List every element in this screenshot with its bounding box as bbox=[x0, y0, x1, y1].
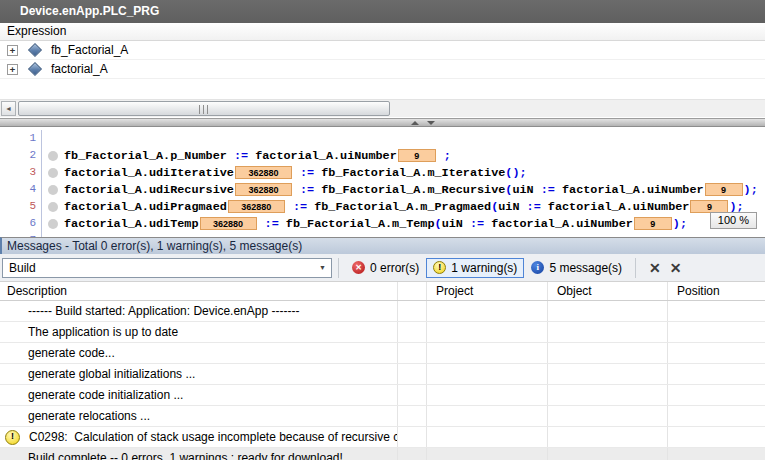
message-row[interactable]: The application is up to date bbox=[0, 322, 765, 343]
error-icon: ✕ bbox=[352, 261, 365, 274]
line-number: 1 bbox=[0, 130, 42, 147]
plus-expander-icon[interactable]: + bbox=[7, 45, 18, 56]
code-line: 2fb_Factorial_A.p_Number := factorial_A.… bbox=[0, 147, 765, 164]
message-row[interactable]: generate relocations ... bbox=[0, 406, 765, 427]
messages-table: Description Project Object Position ----… bbox=[0, 282, 765, 460]
editor-window-title[interactable]: Device.enApp.PLC_PRG bbox=[0, 0, 765, 23]
monitor-value-box[interactable]: 9 bbox=[634, 217, 672, 230]
line-number: 6 bbox=[0, 215, 42, 232]
message-object bbox=[548, 364, 668, 384]
message-project bbox=[427, 385, 548, 405]
message-description: generate code... bbox=[28, 346, 115, 360]
breakpoint-area[interactable] bbox=[42, 185, 64, 195]
row-icon-slot bbox=[5, 451, 19, 460]
monitor-value-box[interactable]: 362880 bbox=[200, 217, 257, 230]
clear-all-messages-icon[interactable]: ✕ bbox=[670, 258, 681, 278]
watch-column-header-expression[interactable]: Expression bbox=[0, 23, 765, 41]
breakpoint-area[interactable] bbox=[42, 151, 64, 161]
column-header-position[interactable]: Position bbox=[668, 282, 765, 300]
warnings-filter-button[interactable]: ! 1 warning(s) bbox=[426, 258, 524, 278]
panel-splitter[interactable] bbox=[0, 118, 765, 127]
messages-panel-title[interactable]: Messages - Total 0 error(s), 1 warning(s… bbox=[0, 237, 765, 254]
code-line: 4factorial_A.udiRecursive362880 := fb_Fa… bbox=[0, 181, 765, 198]
message-gap-cell bbox=[398, 364, 427, 384]
message-project bbox=[427, 364, 548, 384]
message-description: generate code initialization ... bbox=[28, 388, 183, 402]
editor-zoom-level[interactable]: 100 % bbox=[710, 212, 757, 229]
column-header-gap[interactable] bbox=[398, 282, 427, 300]
code-lines: 12fb_Factorial_A.p_Number := factorial_A… bbox=[0, 130, 765, 237]
breakpoint-area[interactable] bbox=[42, 168, 64, 178]
code-editor[interactable]: 12fb_Factorial_A.p_Number := factorial_A… bbox=[0, 127, 765, 237]
tree-item[interactable]: +factorial_A bbox=[0, 60, 765, 79]
monitor-value-box[interactable]: 362880 bbox=[228, 200, 285, 213]
code-text: factorial_A.udiRecursive362880 := fb_Fac… bbox=[64, 183, 758, 197]
monitor-value-box[interactable]: 9 bbox=[705, 183, 743, 196]
message-position bbox=[668, 427, 765, 447]
message-project bbox=[427, 301, 548, 321]
plus-expander-icon[interactable]: + bbox=[7, 64, 18, 75]
info-icon: i bbox=[531, 261, 544, 274]
column-header-object[interactable]: Object bbox=[548, 282, 668, 300]
tree-item[interactable]: +fb_Factorial_A bbox=[0, 41, 765, 60]
message-gap-cell bbox=[398, 343, 427, 363]
line-number: 5 bbox=[0, 198, 42, 215]
code-text: factorial_A.udiIterative362880 := fb_Fac… bbox=[64, 166, 527, 180]
scrollbar-thumb[interactable] bbox=[18, 101, 390, 116]
monitor-value-box[interactable]: 362880 bbox=[235, 183, 292, 196]
warning-icon: ! bbox=[433, 261, 446, 274]
message-position bbox=[668, 301, 765, 321]
toolbar-separator bbox=[635, 258, 636, 278]
splitter-up-icon[interactable] bbox=[411, 121, 419, 125]
breakpoint-dot-icon bbox=[48, 168, 58, 178]
variable-diamond-icon bbox=[28, 43, 42, 57]
line-number: 4 bbox=[0, 181, 42, 198]
message-row[interactable]: generate code... bbox=[0, 343, 765, 364]
watch-horizontal-scrollbar[interactable]: ◄ bbox=[0, 99, 765, 117]
message-description: generate relocations ... bbox=[28, 409, 150, 423]
errors-filter-label: 0 error(s) bbox=[370, 261, 419, 275]
scrollbar-grip-icon bbox=[199, 105, 210, 114]
monitor-value-box[interactable]: 362880 bbox=[235, 166, 292, 179]
message-row[interactable]: Build complete -- 0 errors, 1 warnings :… bbox=[0, 448, 765, 460]
message-row[interactable]: ------ Build started: Application: Devic… bbox=[0, 301, 765, 322]
messages-filter-button[interactable]: i 5 message(s) bbox=[524, 258, 629, 278]
code-line: 1 bbox=[0, 130, 765, 147]
message-position bbox=[668, 385, 765, 405]
message-row[interactable]: generate code initialization ... bbox=[0, 385, 765, 406]
message-position bbox=[668, 448, 765, 460]
breakpoint-dot-icon bbox=[48, 219, 58, 229]
message-position bbox=[668, 406, 765, 426]
clear-messages-icon[interactable]: ✕ bbox=[649, 258, 661, 278]
message-object bbox=[548, 406, 668, 426]
message-row[interactable]: generate global initializations ... bbox=[0, 364, 765, 385]
message-project bbox=[427, 448, 548, 460]
message-category-dropdown[interactable]: Build ▼ bbox=[2, 258, 332, 278]
row-icon-slot bbox=[5, 367, 19, 381]
breakpoint-area[interactable] bbox=[42, 202, 64, 212]
message-description: C0298: Calculation of stack usage incomp… bbox=[29, 430, 398, 444]
code-line: 6factorial_A.udiTemp362880 := fb_Factori… bbox=[0, 215, 765, 232]
errors-filter-button[interactable]: ✕ 0 error(s) bbox=[345, 258, 426, 278]
message-object bbox=[548, 301, 668, 321]
breakpoint-dot-icon bbox=[48, 202, 58, 212]
variable-diamond-icon bbox=[28, 62, 42, 76]
monitor-value-box[interactable]: 9 bbox=[398, 149, 436, 162]
message-gap-cell bbox=[398, 301, 427, 321]
message-description: generate global initializations ... bbox=[28, 367, 195, 381]
column-header-description[interactable]: Description bbox=[0, 282, 398, 300]
splitter-down-icon[interactable] bbox=[427, 121, 435, 125]
code-line: 5factorial_A.udiPragmaed362880 := fb_Fac… bbox=[0, 198, 765, 215]
dropdown-arrow-icon[interactable]: ▼ bbox=[319, 264, 326, 271]
code-line: 3factorial_A.udiIterative362880 := fb_Fa… bbox=[0, 164, 765, 181]
scroll-left-arrow-icon[interactable]: ◄ bbox=[1, 101, 16, 116]
message-project bbox=[427, 322, 548, 342]
breakpoint-area[interactable] bbox=[42, 219, 64, 229]
message-gap-cell bbox=[398, 427, 427, 447]
messages-toolbar: Build ▼ ✕ 0 error(s) ! 1 warning(s) i 5 … bbox=[0, 254, 765, 282]
message-row[interactable]: !C0298: Calculation of stack usage incom… bbox=[0, 427, 765, 448]
message-gap-cell bbox=[398, 385, 427, 405]
message-object bbox=[548, 322, 668, 342]
column-header-project[interactable]: Project bbox=[427, 282, 548, 300]
message-description: ------ Build started: Application: Devic… bbox=[28, 304, 299, 318]
